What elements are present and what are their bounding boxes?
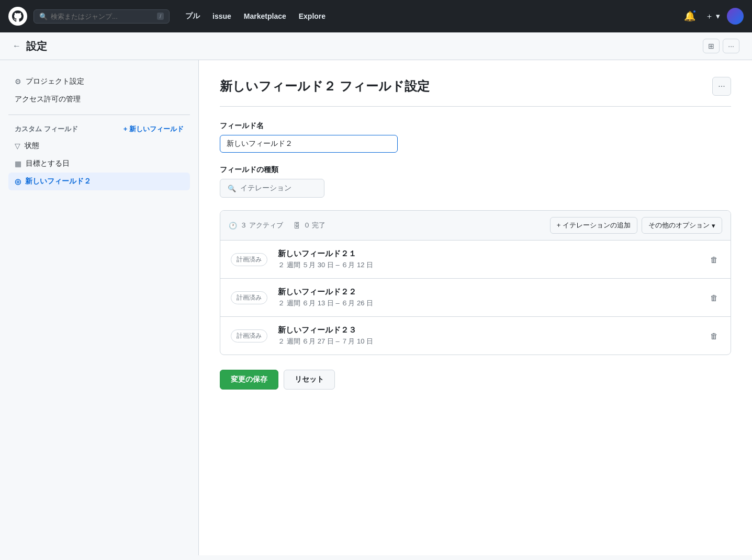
iteration-icon: ◎: [15, 177, 21, 186]
iter-date-2: ２ 週間 ６月 13 日 – ６月 26 日: [278, 299, 698, 308]
other-options-button[interactable]: その他のオプション ▾: [642, 217, 722, 234]
iter-date-3: ２ 週間 ６月 27 日 – ７月 10 日: [278, 337, 698, 346]
content-more-button[interactable]: ···: [712, 77, 731, 96]
topnav-pull-link[interactable]: プル: [180, 8, 205, 24]
iteration-item-1: 計画済み 新しいフィールド２１ ２ 週間 ５月 30 日 – ６月 12 日 🗑: [220, 241, 731, 279]
field-name-input[interactable]: [220, 135, 398, 153]
topnav-issue-link[interactable]: issue: [207, 9, 237, 24]
iter-info-2: 新しいフィールド２２ ２ 週間 ６月 13 日 – ６月 26 日: [278, 287, 698, 308]
page-title: 設定: [26, 39, 47, 53]
sidebar-target-date-label: 目標とする日: [26, 159, 70, 168]
topnav-explore-link[interactable]: Explore: [294, 9, 331, 24]
add-iteration-button[interactable]: + イテレーションの追加: [550, 217, 637, 234]
search-input[interactable]: [51, 13, 154, 20]
new-item-button[interactable]: ＋ ▾: [704, 7, 722, 25]
sidebar: ⚙ プロジェクト設定 アクセス許可の管理 カスタム フィールド + 新しいフィー…: [0, 60, 199, 555]
active-count: ３ アクティブ: [240, 221, 283, 230]
new-field-button[interactable]: + 新しいフィールド: [124, 124, 184, 134]
topnav-marketplace-link[interactable]: Marketplace: [239, 9, 291, 24]
sidebar-item-access-management[interactable]: アクセス許可の管理: [8, 90, 190, 108]
back-button[interactable]: ←: [13, 41, 21, 51]
calendar-icon: ▦: [15, 159, 21, 168]
sidebar-divider: [8, 115, 190, 115]
archive-icon: 🗄: [294, 222, 300, 230]
topnav: 🔍 / プル issue Marketplace Explore 🔔 ＋ ▾: [0, 0, 752, 32]
clock-icon: 🕐: [229, 222, 237, 230]
more-options-button[interactable]: ···: [723, 39, 739, 53]
completed-count: ０ 完了: [304, 221, 326, 230]
iter-delete-1[interactable]: 🗑: [708, 253, 720, 266]
main-layout: ⚙ プロジェクト設定 アクセス許可の管理 カスタム フィールド + 新しいフィー…: [0, 60, 752, 555]
iter-badge-3: 計画済み: [231, 329, 267, 342]
iterations-toolbar: 🕐 ３ アクティブ 🗄 ０ 完了 + イテレーションの追加 その他のオプション …: [220, 211, 731, 241]
search-icon-small: 🔍: [228, 185, 236, 192]
iterations-panel: 🕐 ３ アクティブ 🗄 ０ 完了 + イテレーションの追加 その他のオプション …: [220, 210, 731, 355]
user-avatar[interactable]: [727, 8, 744, 25]
field-type-label: フィールドの種類: [220, 165, 731, 175]
bottom-actions: 変更の保存 リセット: [220, 370, 731, 390]
content-title: 新しいフィールド２ フィールド設定: [220, 78, 430, 95]
field-type-button[interactable]: 🔍 イテレーション: [220, 179, 324, 198]
sidebar-item-new-field2[interactable]: ◎ 新しいフィールド２: [8, 173, 190, 190]
iter-date-1: ２ 週間 ５月 30 日 – ６月 12 日: [278, 260, 698, 270]
iteration-item-2: 計画済み 新しいフィールド２２ ２ 週間 ６月 13 日 – ６月 26 日 🗑: [220, 279, 731, 317]
status-icon: ▽: [15, 142, 20, 150]
notifications-button[interactable]: 🔔: [681, 7, 699, 25]
content-header: 新しいフィールド２ フィールド設定 ···: [220, 77, 731, 107]
search-icon: 🔍: [39, 13, 48, 20]
custom-fields-label: カスタム フィールド: [15, 124, 78, 134]
gear-icon: ⚙: [15, 77, 21, 86]
active-stat: 🕐 ３ アクティブ: [229, 221, 283, 230]
sidebar-project-settings-label: プロジェクト設定: [26, 77, 84, 86]
layout-button[interactable]: ⊞: [703, 39, 720, 53]
github-logo[interactable]: [8, 7, 27, 26]
iter-badge-1: 計画済み: [231, 253, 267, 266]
iter-name-3: 新しいフィールド２３: [278, 325, 698, 335]
iter-name-2: 新しいフィールド２２: [278, 287, 698, 297]
sidebar-item-target-date[interactable]: ▦ 目標とする日: [8, 155, 190, 173]
completed-stat: 🗄 ０ 完了: [294, 221, 326, 230]
sidebar-access-label: アクセス許可の管理: [15, 95, 81, 104]
save-button[interactable]: 変更の保存: [220, 370, 278, 390]
search-bar[interactable]: 🔍 /: [33, 9, 170, 24]
main-content: 新しいフィールド２ フィールド設定 ··· フィールド名 フィールドの種類 🔍 …: [199, 60, 752, 555]
iter-name-1: 新しいフィールド２１: [278, 249, 698, 259]
sidebar-custom-fields-header: カスタム フィールド + 新しいフィールド: [8, 121, 190, 137]
sidebar-status-label: 状態: [25, 141, 39, 151]
iteration-item-3: 計画済み 新しいフィールド２３ ２ 週間 ６月 27 日 – ７月 10 日 🗑: [220, 317, 731, 355]
iter-badge-2: 計画済み: [231, 291, 267, 304]
notification-badge: [692, 9, 697, 14]
field-name-label: フィールド名: [220, 121, 731, 131]
field-name-section: フィールド名: [220, 121, 731, 153]
iter-actions: + イテレーションの追加 その他のオプション ▾: [550, 217, 722, 234]
topnav-links: プル issue Marketplace Explore: [180, 8, 331, 24]
subheader-right: ⊞ ···: [703, 39, 739, 53]
topnav-right: 🔔 ＋ ▾: [681, 7, 744, 25]
sidebar-item-status[interactable]: ▽ 状態: [8, 137, 190, 155]
subheader: ← 設定 ⊞ ···: [0, 32, 752, 60]
subheader-left: ← 設定: [13, 39, 47, 53]
iter-info-3: 新しいフィールド２３ ２ 週間 ６月 27 日 – ７月 10 日: [278, 325, 698, 346]
chevron-down-icon: ▾: [712, 222, 715, 230]
iter-delete-2[interactable]: 🗑: [708, 291, 720, 304]
field-type-value: イテレーション: [240, 184, 291, 193]
sidebar-new-field2-label: 新しいフィールド２: [25, 177, 91, 186]
sidebar-item-project-settings[interactable]: ⚙ プロジェクト設定: [8, 73, 190, 90]
reset-button[interactable]: リセット: [284, 370, 335, 390]
iter-info-1: 新しいフィールド２１ ２ 週間 ５月 30 日 – ６月 12 日: [278, 249, 698, 270]
other-options-label: その他のオプション: [648, 221, 710, 230]
slash-badge: /: [157, 13, 164, 20]
iter-delete-3[interactable]: 🗑: [708, 329, 720, 342]
field-type-section: フィールドの種類 🔍 イテレーション: [220, 165, 731, 198]
